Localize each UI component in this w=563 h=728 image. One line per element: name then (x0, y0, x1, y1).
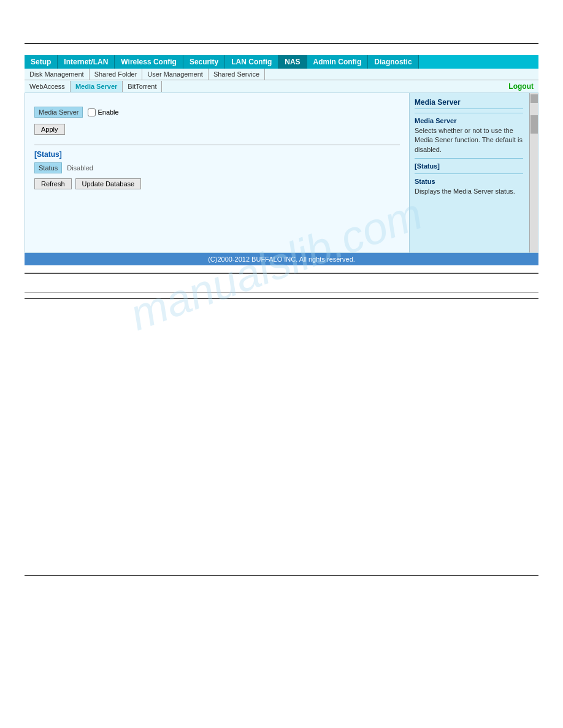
logout-button[interactable]: Logout (504, 80, 538, 93)
status-section-title: [Status] (34, 150, 400, 159)
help-divider-2 (415, 158, 523, 159)
tab-setup[interactable]: Setup (25, 55, 58, 69)
help-content: Media Server Media Server Selects whethe… (410, 93, 529, 202)
media-server-form-row: Media Server Enable (34, 107, 400, 118)
help-section1-title: Media Server (415, 117, 523, 124)
tab-wireless-config[interactable]: Wireless Config (115, 55, 183, 69)
tab-security[interactable]: Security (183, 55, 225, 69)
update-database-button[interactable]: Update Database (75, 178, 142, 189)
help-divider-3 (415, 173, 523, 174)
subnav-shared-service[interactable]: Shared Service (209, 69, 265, 80)
status-value: Disabled (67, 164, 93, 172)
subnav-webaccess[interactable]: WebAccess (25, 81, 71, 92)
tab-nas[interactable]: NAS (278, 55, 307, 69)
action-buttons: Refresh Update Database (34, 178, 400, 189)
subnav-user-management[interactable]: User Management (142, 69, 209, 80)
hr-bottom-4 (25, 575, 538, 576)
status-label: Status (34, 162, 62, 173)
section-divider (34, 145, 400, 145)
media-server-label: Media Server (34, 107, 83, 118)
tab-admin-config[interactable]: Admin Config (307, 55, 369, 69)
subnav-media-server[interactable]: Media Server (71, 81, 123, 92)
apply-button[interactable]: Apply (34, 124, 65, 135)
subnav-disk-management[interactable]: Disk Management (25, 69, 90, 80)
footer: (C)2000-2012 BUFFALO INC. All rights res… (25, 253, 538, 265)
help-section1-text: Selects whether or not to use the Media … (415, 126, 523, 154)
scrollbar[interactable] (529, 93, 538, 252)
help-section3-text: Displays the Media Server status. (415, 187, 523, 196)
subnav-shared-folder[interactable]: Shared Folder (90, 69, 143, 80)
tab-diagnostic[interactable]: Diagnostic (368, 55, 418, 69)
hr-bottom-3 (25, 298, 538, 299)
refresh-button[interactable]: Refresh (34, 178, 72, 189)
help-divider-1 (415, 113, 523, 113)
right-panel: Media Server Media Server Selects whethe… (409, 93, 538, 252)
enable-checkbox-label[interactable]: Enable (88, 108, 118, 116)
tab-internet-lan[interactable]: Internet/LAN (58, 55, 115, 69)
hr-bottom-1 (25, 273, 538, 274)
status-section: [Status] Status Disabled Refresh Update … (34, 150, 400, 189)
left-panel: Media Server Enable Apply [Status] Statu… (25, 93, 409, 252)
nav-tabs: Setup Internet/LAN Wireless Config Secur… (25, 55, 538, 93)
help-section2-title: [Status] (415, 162, 523, 170)
enable-checkbox[interactable] (88, 108, 96, 116)
main-container: Media Server Enable Apply [Status] Statu… (25, 93, 538, 253)
hr-bottom-2 (25, 292, 538, 293)
enable-label-text: Enable (98, 108, 118, 116)
scrollbar-thumb[interactable] (530, 115, 538, 134)
help-main-title: Media Server (415, 98, 523, 109)
status-row: Status Disabled (34, 162, 400, 173)
help-section3-title: Status (415, 178, 523, 185)
subnav-bittorrent[interactable]: BitTorrent (123, 81, 162, 92)
tab-lan-config[interactable]: LAN Config (225, 55, 278, 69)
